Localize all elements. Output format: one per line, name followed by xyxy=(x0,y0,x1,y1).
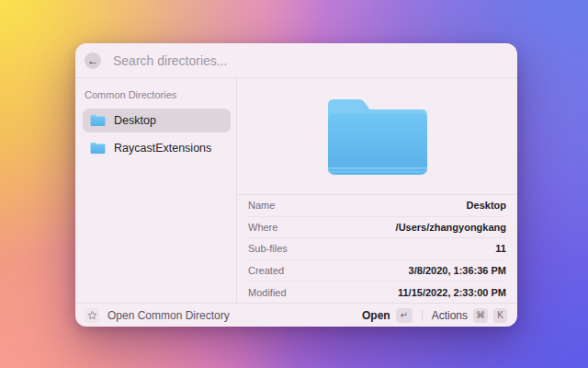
metadata-label: Sub-files xyxy=(248,243,288,254)
sidebar-item-raycastextensions[interactable]: RaycastExtensions xyxy=(83,136,231,160)
metadata-label: Where xyxy=(248,222,277,233)
back-button[interactable]: ← xyxy=(85,52,101,69)
sidebar-section-title: Common Directories xyxy=(85,89,229,100)
search-header: ← xyxy=(75,43,517,78)
folder-icon xyxy=(90,114,106,127)
actions-button[interactable]: Actions xyxy=(432,309,468,322)
metadata-row-modified: Modified 11/15/2022, 2:33:00 PM xyxy=(248,282,506,303)
desktop-background: ← Common Directories xyxy=(0,0,588,368)
metadata-label: Modified xyxy=(248,287,287,298)
open-button[interactable]: Open xyxy=(362,309,390,322)
footer-command: Open Common Directory xyxy=(85,308,230,323)
metadata-label: Name xyxy=(248,200,275,211)
sidebar-item-label: RaycastExtensions xyxy=(114,142,211,155)
metadata-value: 11 xyxy=(495,243,506,254)
metadata-row-subfiles: Sub-files 11 xyxy=(248,238,506,260)
k-key-icon: K xyxy=(493,308,507,323)
footer-separator xyxy=(422,310,423,321)
folder-preview xyxy=(237,78,517,194)
footer-command-name: Open Common Directory xyxy=(107,309,230,322)
metadata-value: 11/15/2022, 2:33:00 PM xyxy=(398,287,506,298)
metadata-row-name: Name Desktop xyxy=(248,195,506,217)
footer-actions: Open ↵ Actions ⌘ K xyxy=(362,308,507,323)
metadata-value: Desktop xyxy=(467,200,506,211)
back-arrow-icon: ← xyxy=(87,52,98,68)
sidebar: Common Directories xyxy=(75,78,237,303)
metadata-label: Created xyxy=(248,265,284,276)
metadata-row-created: Created 3/8/2020, 1:36:36 PM xyxy=(248,260,506,282)
metadata-table: Name Desktop Where /Users/zhangyongkang … xyxy=(237,194,517,303)
metadata-value: /Users/zhangyongkang xyxy=(396,222,506,233)
action-bar: Open Common Directory Open ↵ Actions ⌘ K xyxy=(75,303,517,327)
main-area: Common Directories xyxy=(75,78,517,303)
star-icon xyxy=(85,308,99,323)
raycast-window: ← Common Directories xyxy=(75,43,517,327)
detail-panel: Name Desktop Where /Users/zhangyongkang … xyxy=(237,78,517,303)
metadata-row-where: Where /Users/zhangyongkang xyxy=(248,217,506,239)
sidebar-item-desktop[interactable]: Desktop xyxy=(83,109,231,132)
sidebar-item-label: Desktop xyxy=(114,114,156,127)
enter-key-icon: ↵ xyxy=(396,308,413,323)
search-input[interactable] xyxy=(113,53,506,68)
folder-icon xyxy=(90,142,106,155)
command-key-icon: ⌘ xyxy=(473,308,488,323)
metadata-value: 3/8/2020, 1:36:36 PM xyxy=(409,265,506,276)
folder-preview-icon xyxy=(324,94,431,178)
